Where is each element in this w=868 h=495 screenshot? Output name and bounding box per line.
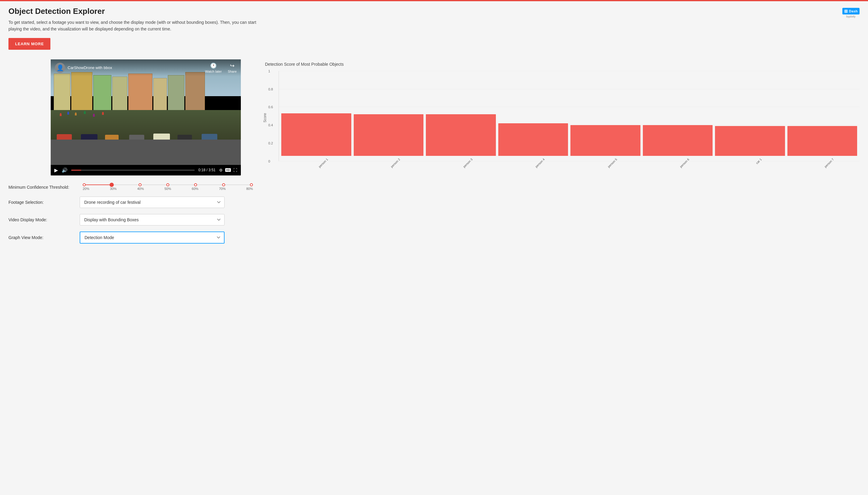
learn-more-button[interactable]: LEARN MORE [9, 38, 50, 50]
bar-car-1: car 1 [715, 71, 785, 161]
bar-fill-person-3 [426, 114, 496, 156]
x-label-person-4: person 4 [533, 158, 545, 171]
volume-button[interactable]: 🔊 [62, 167, 68, 173]
dash-logo: ⊞ Dash byplotly [842, 8, 859, 18]
dash-logo-sub: byplotly [846, 15, 856, 18]
x-label-person-1: person 1 [315, 158, 328, 171]
video-controls-bar: ▶ 🔊 0:18 / 3:51 ⚙ HD ⛶ [51, 165, 241, 175]
dash-logo-text: Dash [849, 9, 858, 13]
fullscreen-icon[interactable]: ⛶ [233, 168, 237, 172]
slider-mark-60[interactable] [194, 183, 197, 186]
bar-fill-person-2 [354, 114, 424, 156]
chart-title: Detection Score of Most Probable Objects [265, 62, 859, 67]
bar-fill-person-7 [787, 126, 857, 156]
bar-person-4: person 4 [498, 71, 568, 161]
x-label-person-2: person 2 [388, 158, 401, 171]
page-description: To get started, select a footage you wan… [9, 19, 268, 33]
slider-mark-50[interactable] [166, 183, 169, 186]
slider-label: Minimum Confidence Threshold: [9, 185, 75, 190]
footage-select[interactable]: Drone recording of car festival Highway … [80, 197, 225, 208]
footage-label: Footage Selection: [9, 200, 75, 205]
x-label-person-5: person 5 [605, 158, 618, 171]
x-label-person-7: person 7 [821, 158, 835, 171]
slider-mark-70[interactable] [222, 183, 225, 186]
confidence-slider[interactable]: 20% 30% 40% 50% 60% 70% 80% [80, 184, 256, 190]
bar-person-2: person 2 [354, 71, 424, 161]
bar-fill-car-1 [715, 126, 785, 156]
time-display: 0:18 / 3:51 [198, 168, 215, 172]
slider-handle[interactable] [110, 183, 114, 187]
bar-person-5: person 5 [570, 71, 640, 161]
bar-person-6: person 6 [643, 71, 713, 161]
header: Object Detection Explorer To get started… [0, 1, 868, 56]
x-label-car-1: car 1 [749, 158, 762, 171]
progress-bar[interactable] [71, 170, 195, 171]
slider-mark-20[interactable] [83, 183, 86, 186]
watch-later-icon: 🕐 [210, 63, 217, 69]
slider-mark-40[interactable] [138, 183, 142, 186]
x-label-person-3: person 3 [460, 158, 473, 171]
bar-fill-person-5 [570, 125, 640, 156]
bar-fill-person-6 [643, 125, 713, 156]
share-button[interactable]: ↪ Share [228, 63, 236, 73]
watch-later-button[interactable]: 🕐 Watch later [205, 63, 222, 73]
hd-badge: HD [225, 168, 231, 172]
channel-avatar: 👤 [55, 63, 65, 73]
bar-person-3: person 3 [426, 71, 496, 161]
display-mode-select[interactable]: Display with Bounding Boxes Display with… [80, 214, 225, 225]
video-player: 👤 CarShowDrone with bbox 🕐 Watch later ↪ [51, 59, 241, 175]
graph-mode-select[interactable]: Detection Mode Heatmap Mode Timeline Mod… [80, 232, 225, 243]
dash-logo-icon: ⊞ [844, 9, 848, 14]
bar-person-7: person 7 [787, 71, 857, 161]
chart-wrapper: Score 1 0.8 0.6 0.4 [265, 71, 859, 180]
settings-icon[interactable]: ⚙ [219, 168, 223, 172]
bar-person-1: person 1 [281, 71, 351, 161]
page-title: Object Detection Explorer [9, 7, 268, 16]
bar-fill-person-1 [281, 113, 351, 156]
slider-mark-80[interactable] [250, 183, 253, 186]
progress-fill [71, 170, 81, 171]
y-axis-label: Score [263, 113, 267, 122]
chart-section: Detection Score of Most Probable Objects… [265, 59, 859, 180]
play-button[interactable]: ▶ [54, 167, 58, 173]
display-mode-label: Video Display Mode: [9, 217, 75, 222]
share-icon: ↪ [230, 63, 234, 69]
video-title: CarShowDrone with bbox [68, 65, 112, 70]
x-label-person-6: person 6 [677, 158, 690, 171]
graph-mode-label: Graph View Mode: [9, 235, 75, 240]
bar-fill-person-4 [498, 123, 568, 156]
